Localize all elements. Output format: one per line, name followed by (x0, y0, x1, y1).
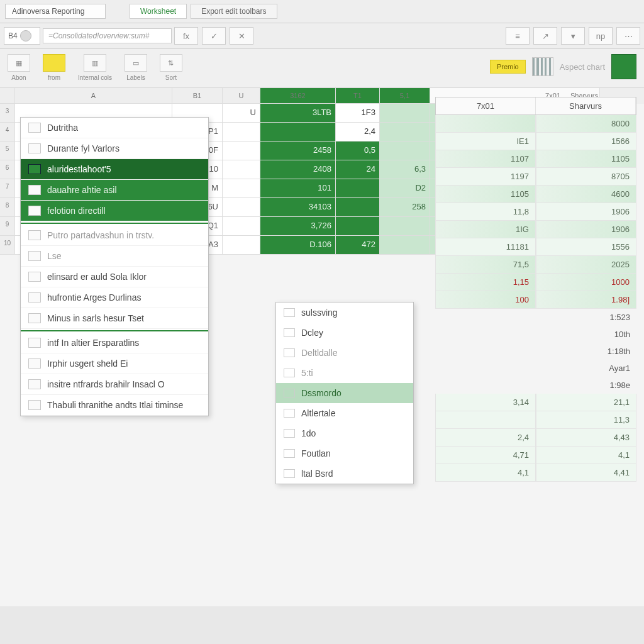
summary-row[interactable]: 3,1421,1 (435, 394, 636, 411)
col-header[interactable]: A (15, 88, 172, 104)
submenu-item[interactable]: Altlertale (276, 403, 413, 423)
cell[interactable] (380, 142, 430, 160)
summary-row[interactable]: 11071105 (435, 150, 636, 168)
summary-cell[interactable]: 8705 (536, 168, 636, 186)
summary-row[interactable]: 4,714,1 (435, 447, 636, 464)
summary-cell[interactable]: 1105 (435, 186, 536, 203)
cell[interactable] (380, 123, 430, 142)
menu-item[interactable]: Thabuli thranithe andts Itlai timinse (21, 395, 208, 416)
cell[interactable] (260, 123, 336, 142)
summary-row[interactable]: 1,151000 (435, 274, 636, 291)
cell[interactable] (223, 217, 260, 236)
summary-header-cell[interactable]: 7x01 (436, 97, 536, 114)
select-all-corner[interactable] (0, 88, 15, 104)
col-header[interactable]: 5,1 (380, 88, 430, 104)
spreadsheet-grid[interactable]: A B1 U 3162 T1 5,1 7x01 Sharvurs 3U3LTB1… (0, 88, 644, 606)
document-title[interactable]: Adinoversa Reporting (5, 4, 106, 19)
menu-item[interactable]: dauahre ahtie asil (21, 180, 208, 201)
tab-export[interactable]: Export edit toolbars (191, 4, 277, 19)
summary-cell[interactable]: 1906 (536, 221, 636, 238)
ribbon-group-internal[interactable]: ▥ Internal cols (78, 54, 112, 81)
ribbon-group-sort[interactable]: ⇅ Sort (160, 54, 182, 81)
summary-cell[interactable]: 4600 (536, 186, 636, 203)
menu-item[interactable]: felotion directill (21, 201, 208, 221)
menu-item[interactable]: elinsard er auld Sola Iklor (21, 267, 208, 287)
cell[interactable] (336, 179, 380, 198)
summary-row[interactable]: 2,44,43 (435, 429, 636, 447)
summary-row[interactable]: 11,81906 (435, 203, 636, 221)
summary-row[interactable]: 11054600 (435, 186, 636, 203)
summary-cell[interactable]: IE1 (435, 133, 536, 150)
menu-icon[interactable]: ≡ (506, 27, 530, 45)
confirm-button[interactable]: ✓ (202, 27, 226, 45)
cell[interactable]: U (223, 104, 260, 123)
cell[interactable]: 24 (336, 160, 380, 179)
menu-item[interactable]: Dutritha (21, 118, 208, 138)
ribbon-group-labels[interactable]: ▭ Labels (125, 54, 147, 81)
col-header[interactable]: 3162 (260, 88, 336, 104)
submenu-item[interactable]: Foutlan (276, 443, 413, 464)
summary-cell[interactable]: 4,43 (536, 429, 636, 447)
summary-cell[interactable] (435, 115, 536, 133)
summary-cell[interactable]: 1107 (435, 150, 536, 168)
cell[interactable]: 34103 (260, 198, 336, 217)
menu-item[interactable]: insitre ntfrards brahilr Insacl O (21, 374, 208, 395)
fx-button[interactable]: fx (174, 27, 198, 45)
more-button[interactable]: ⋯ (616, 27, 640, 45)
summary-row[interactable]: 111811556 (435, 238, 636, 256)
summary-row[interactable]: 11978705 (435, 168, 636, 186)
cell[interactable] (380, 236, 430, 255)
cell[interactable] (380, 104, 430, 123)
summary-row[interactable]: 4,14,41 (435, 464, 636, 482)
summary-cell[interactable]: 4,1 (536, 447, 636, 464)
cell[interactable]: 7 (0, 179, 15, 198)
context-menu[interactable]: DutrithaDurante fyl Varlorsaluridestlaho… (20, 117, 209, 416)
summary-cell[interactable]: 11,3 (536, 411, 636, 429)
summary-cell[interactable]: 4,71 (435, 447, 536, 464)
summary-cell[interactable]: 4,41 (536, 464, 636, 482)
cell[interactable] (223, 123, 260, 142)
menu-item[interactable]: Minus in sarls hesur Tset (21, 308, 208, 329)
cell[interactable] (223, 142, 260, 160)
cell[interactable]: 3 (0, 104, 15, 123)
summary-cell[interactable] (435, 411, 536, 429)
summary-cell[interactable]: 11181 (435, 238, 536, 256)
summary-row[interactable]: IE11566 (435, 133, 636, 150)
summary-row[interactable]: 11,3 (435, 411, 636, 429)
summary-cell[interactable]: 71,5 (435, 256, 536, 274)
menu-item[interactable]: Irphir usgert sheld Ei (21, 353, 208, 374)
summary-cell[interactable]: 4,1 (435, 464, 536, 482)
menu-item[interactable]: hufrontie Arges Durlinas (21, 287, 208, 308)
tab-worksheet[interactable]: Worksheet (130, 4, 187, 19)
cancel-button[interactable]: ✕ (230, 27, 253, 45)
summary-cell[interactable]: 100 (435, 291, 536, 309)
submenu-item[interactable]: 5:ti (276, 363, 413, 383)
summary-cell[interactable]: 11,8 (435, 203, 536, 221)
summary-cell[interactable]: 1.98] (536, 291, 636, 309)
summary-cell[interactable]: 1,15 (435, 274, 536, 291)
menu-item[interactable]: aluridestlahoot'5 (21, 159, 208, 180)
cell[interactable]: 258 (380, 198, 430, 217)
chart-icon[interactable] (532, 57, 553, 76)
menu-item[interactable]: intf In altier Ersparatlins (21, 333, 208, 353)
formula-input[interactable]: =Consolidated!overview:sum# (43, 28, 172, 43)
ribbon-group-from[interactable]: from (43, 54, 65, 81)
summary-cell[interactable]: 8000 (536, 115, 636, 133)
ribbon-group-abon[interactable]: ▦ Abon (8, 54, 30, 81)
cell[interactable]: 101 (260, 179, 336, 198)
summary-cell[interactable]: 2025 (536, 256, 636, 274)
summary-cell[interactable]: 2,4 (435, 429, 536, 447)
cell[interactable]: 2,4 (336, 123, 380, 142)
cell[interactable]: D2 (380, 179, 430, 198)
cell[interactable] (336, 198, 380, 217)
col-header[interactable]: U (223, 88, 260, 104)
app-tile-icon[interactable] (611, 54, 636, 79)
summary-cell[interactable]: 1105 (536, 150, 636, 168)
submenu-item[interactable]: ltal Bsrd (276, 464, 413, 484)
submenu-item[interactable]: Deltldalle (276, 343, 413, 363)
summary-header-cell[interactable]: Sharvurs (536, 97, 636, 114)
cell[interactable]: 8 (0, 198, 15, 217)
submenu-item[interactable]: Dssmordo (276, 383, 413, 403)
submenu-item[interactable]: 1do (276, 423, 413, 443)
menu-item[interactable]: Durante fyl Varlors (21, 138, 208, 159)
